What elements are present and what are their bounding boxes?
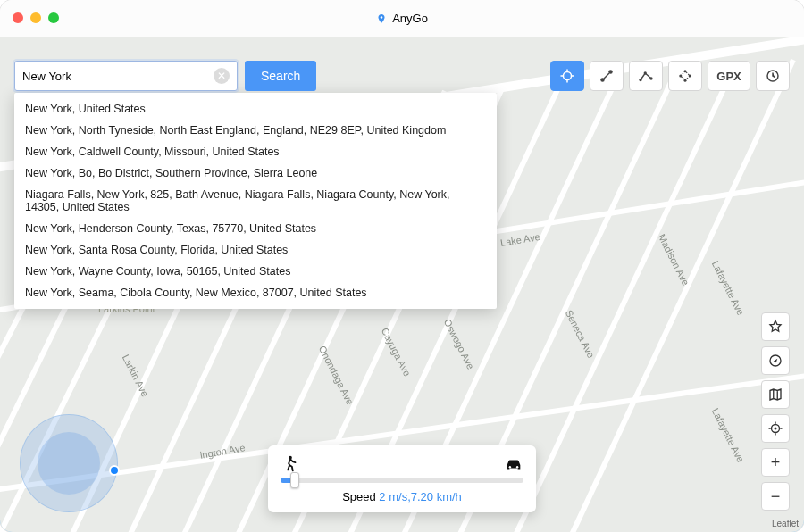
map-layer-button[interactable]	[761, 380, 790, 409]
svg-point-1	[564, 72, 572, 80]
compass-button[interactable]	[761, 346, 790, 375]
car-icon	[504, 454, 523, 474]
map-icon	[767, 387, 783, 403]
search-input[interactable]	[22, 70, 214, 83]
suggestion-item[interactable]: Niagara Falls, New York, 825, Bath Avenu…	[14, 184, 497, 218]
zoom-out-button[interactable]: −	[761, 482, 790, 511]
locate-icon	[767, 420, 783, 436]
search-bar: ✕ Search	[14, 61, 316, 91]
titlebar: AnyGo	[0, 0, 804, 37]
app-pin-icon	[376, 12, 387, 26]
suggestion-item[interactable]: New York, Henderson County, Texas, 75770…	[14, 218, 497, 239]
search-suggestions: New York, United States New York, North …	[14, 93, 497, 309]
two-spot-mode-button[interactable]	[590, 61, 624, 91]
search-button[interactable]: Search	[245, 61, 316, 91]
suggestion-item[interactable]: New York, Seama, Cibola County, New Mexi…	[14, 282, 497, 303]
speed-panel: Speed 2 m/s,7.20 km/h	[268, 445, 536, 512]
suggestion-item[interactable]: New York, Caldwell County, Missouri, Uni…	[14, 141, 497, 162]
zoom-in-button[interactable]: +	[761, 448, 790, 477]
map-canvas[interactable]: Larkins Point Lake Ave Lake Ave Onondaga…	[0, 37, 804, 532]
movement-joystick[interactable]	[20, 414, 118, 512]
suggestion-item[interactable]: New York, United States	[14, 98, 497, 120]
svg-point-17	[516, 466, 518, 468]
multi-point-icon	[638, 68, 654, 84]
gpx-button[interactable]: GPX	[708, 61, 750, 91]
minimize-window-button[interactable]	[30, 12, 41, 23]
favorites-button[interactable]	[761, 312, 790, 341]
locate-button[interactable]	[761, 414, 790, 443]
suggestion-item[interactable]: New York, Bo, Bo District, Southern Prov…	[14, 162, 497, 184]
speed-slider[interactable]	[281, 478, 523, 483]
jump-path-icon	[677, 68, 693, 84]
slider-thumb-icon[interactable]	[290, 472, 299, 488]
compass-icon	[767, 353, 783, 369]
map-attribution: Leaflet	[772, 519, 799, 528]
app-title: AnyGo	[392, 12, 428, 25]
walk-icon	[281, 454, 300, 474]
svg-point-16	[509, 466, 511, 468]
suggestion-item[interactable]: New York, North Tyneside, North East Eng…	[14, 120, 497, 141]
multi-spot-mode-button[interactable]	[629, 61, 663, 91]
window-controls	[13, 12, 59, 23]
app-window: AnyGo Larkins Point Lake Ave	[0, 0, 804, 532]
jump-mode-button[interactable]	[668, 61, 702, 91]
star-icon	[767, 319, 783, 335]
close-window-button[interactable]	[13, 12, 23, 23]
teleport-mode-button[interactable]	[550, 61, 584, 91]
target-icon	[559, 68, 575, 84]
svg-point-14	[775, 428, 777, 430]
svg-point-0	[381, 16, 383, 19]
mode-toolbar: GPX	[550, 61, 790, 91]
speed-value: 2 m/s,7.20 km/h	[379, 490, 461, 503]
suggestion-item[interactable]: New York, Wayne County, Iowa, 50165, Uni…	[14, 261, 497, 282]
suggestion-item[interactable]: New York, Santa Rosa County, Florida, Un…	[14, 239, 497, 261]
fullscreen-window-button[interactable]	[48, 12, 59, 23]
speed-label: Speed	[342, 490, 376, 503]
history-button[interactable]	[756, 61, 790, 91]
two-point-icon	[599, 68, 615, 84]
map-side-controls: + −	[761, 312, 790, 511]
clock-icon	[765, 68, 781, 84]
clear-search-icon[interactable]: ✕	[214, 68, 230, 84]
